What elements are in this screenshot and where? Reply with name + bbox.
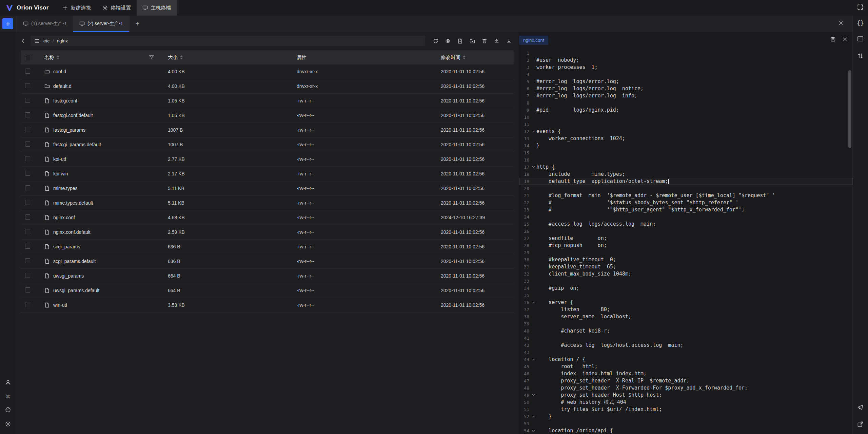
fold-chevron-icon[interactable]: [531, 393, 536, 397]
code-line-40[interactable]: 40 #charset koi8-r;: [519, 327, 852, 335]
session-tab-1[interactable]: (2) server-生产-1: [73, 16, 130, 32]
breadcrumb-segment[interactable]: nginx: [57, 38, 68, 43]
code-line-34[interactable]: 34 #gzip on;: [519, 285, 852, 292]
export-button[interactable]: [857, 421, 864, 429]
file-row[interactable]: koi-utf2.77 KB-rw-r--r--2020-11-01 10:02…: [21, 152, 514, 167]
breadcrumb-segment[interactable]: etc: [43, 38, 50, 43]
code-line-35[interactable]: 35: [519, 292, 852, 299]
row-checkbox[interactable]: [25, 273, 30, 278]
transfer-button[interactable]: [857, 53, 864, 60]
sort-carets-icon[interactable]: [180, 55, 183, 59]
file-row[interactable]: fastcgi.conf1.05 KB-rw-r--r--2020-11-01 …: [21, 94, 514, 108]
row-checkbox[interactable]: [25, 171, 30, 176]
row-checkbox[interactable]: [25, 185, 30, 190]
file-row[interactable]: mime.types.default5.11 KB-rw-r--r--2020-…: [21, 196, 514, 210]
send-button[interactable]: [857, 404, 864, 412]
topbar-item-0[interactable]: 新建连接: [57, 0, 97, 16]
row-checkbox[interactable]: [25, 98, 30, 103]
column-header-mtime[interactable]: 修改时间: [436, 54, 514, 61]
code-editor[interactable]: 12#user nobody;3worker_processes 1;45#er…: [519, 48, 852, 434]
code-line-6[interactable]: 6#error_log logs/error.log notice;: [519, 85, 852, 92]
code-line-28[interactable]: 28 #tcp_nopush on;: [519, 242, 852, 249]
select-all-checkbox[interactable]: [25, 55, 30, 60]
code-line-14[interactable]: 14}: [519, 142, 852, 149]
row-checkbox[interactable]: [25, 141, 30, 147]
code-line-11[interactable]: 11: [519, 121, 852, 128]
path-breadcrumb[interactable]: etc/nginx: [31, 36, 425, 46]
file-row[interactable]: nginx.conf.default2.59 KB-rw-r--r--2020-…: [21, 225, 514, 240]
code-braces-button[interactable]: {}: [857, 20, 864, 26]
code-line-44[interactable]: 44 location / {: [519, 356, 852, 363]
code-line-43[interactable]: 43: [519, 349, 852, 356]
row-checkbox[interactable]: [25, 287, 30, 293]
code-line-21[interactable]: 21 #log_format main '$remote_addr - $rem…: [519, 192, 852, 199]
code-line-26[interactable]: 26: [519, 228, 852, 235]
code-line-20[interactable]: 20: [519, 185, 852, 192]
code-line-16[interactable]: 16: [519, 156, 852, 164]
row-checkbox[interactable]: [25, 302, 30, 307]
theme-button[interactable]: [5, 407, 11, 414]
code-line-13[interactable]: 13 worker_connections 1024;: [519, 135, 852, 142]
code-line-53[interactable]: 53: [519, 420, 852, 427]
code-line-3[interactable]: 3worker_processes 1;: [519, 64, 852, 71]
command-button[interactable]: ⌘: [6, 394, 10, 400]
code-line-45[interactable]: 45 root html;: [519, 363, 852, 370]
code-line-5[interactable]: 5#error_log logs/error.log;: [519, 78, 852, 85]
code-line-1[interactable]: 1: [519, 50, 852, 57]
code-line-2[interactable]: 2#user nobody;: [519, 57, 852, 64]
fold-chevron-icon[interactable]: [531, 358, 536, 361]
settings-button[interactable]: [5, 421, 11, 429]
code-line-22[interactable]: 22 # '$status $body_bytes_sent "$http_re…: [519, 199, 852, 206]
code-line-49[interactable]: 49 proxy_set_header Host $http_host;: [519, 392, 852, 399]
close-panel-button[interactable]: [838, 20, 844, 27]
close-editor-button[interactable]: [842, 37, 848, 43]
trash-button[interactable]: [479, 36, 489, 46]
session-tab-0[interactable]: (1) server-生产-1: [17, 16, 73, 32]
sftp-panel-button[interactable]: [857, 36, 864, 43]
row-checkbox[interactable]: [25, 127, 30, 132]
code-line-17[interactable]: 17http {: [519, 164, 852, 171]
user-button[interactable]: [5, 379, 11, 387]
code-line-38[interactable]: 38 server_name localhost;: [519, 313, 852, 320]
file-row[interactable]: default.d4.00 KBdrwxr-xr-x2020-11-01 10:…: [21, 79, 514, 94]
file-row[interactable]: conf.d4.00 KBdrwxr-xr-x2020-11-01 10:02:…: [21, 64, 514, 79]
editor-scrollbar[interactable]: [848, 70, 851, 148]
upload-button[interactable]: [492, 36, 501, 46]
code-line-41[interactable]: 41: [519, 335, 852, 342]
save-button[interactable]: [830, 37, 836, 43]
file-row[interactable]: nginx.conf4.68 KB-rw-r--r--2024-12-10 16…: [21, 210, 514, 225]
fold-chevron-icon[interactable]: [531, 165, 536, 169]
code-line-36[interactable]: 36 server {: [519, 299, 852, 306]
new-file-button[interactable]: [455, 36, 465, 46]
file-row[interactable]: win-utf3.53 KB-rw-r--r--2020-11-01 10:02…: [21, 298, 514, 313]
new-session-button[interactable]: [2, 18, 13, 29]
code-line-4[interactable]: 4: [519, 71, 852, 78]
topbar-item-2[interactable]: 主机终端: [137, 0, 177, 16]
column-header-name[interactable]: 名称: [40, 54, 163, 61]
code-line-46[interactable]: 46 index index.html index.htm;: [519, 370, 852, 377]
code-line-7[interactable]: 7#error_log logs/error.log info;: [519, 92, 852, 99]
row-checkbox[interactable]: [25, 200, 30, 205]
code-line-39[interactable]: 39: [519, 320, 852, 327]
row-checkbox[interactable]: [25, 69, 30, 74]
code-line-33[interactable]: 33: [519, 278, 852, 285]
download-button[interactable]: [504, 36, 514, 46]
new-folder-button[interactable]: [467, 36, 477, 46]
code-line-30[interactable]: 30 #keepalive_timeout 0;: [519, 256, 852, 263]
add-tab-button[interactable]: +: [135, 20, 139, 27]
editor-file-tab[interactable]: nginx.conf: [519, 36, 548, 45]
fold-chevron-icon[interactable]: [531, 301, 536, 304]
file-row[interactable]: uwsgi_params664 B-rw-r--r--2020-11-01 10…: [21, 269, 514, 283]
fold-chevron-icon[interactable]: [531, 130, 536, 133]
file-row[interactable]: scgi_params.default636 B-rw-r--r--2020-1…: [21, 254, 514, 269]
code-line-52[interactable]: 52 }: [519, 413, 852, 420]
eye-button[interactable]: [443, 36, 453, 46]
row-checkbox[interactable]: [25, 244, 30, 249]
sort-carets-icon[interactable]: [57, 55, 59, 59]
code-line-29[interactable]: 29: [519, 249, 852, 256]
code-line-37[interactable]: 37 listen 80;: [519, 306, 852, 313]
refresh-button[interactable]: [431, 36, 440, 46]
fold-chevron-icon[interactable]: [531, 429, 536, 433]
file-row[interactable]: scgi_params636 B-rw-r--r--2020-11-01 10:…: [21, 240, 514, 254]
row-checkbox[interactable]: [25, 229, 30, 234]
